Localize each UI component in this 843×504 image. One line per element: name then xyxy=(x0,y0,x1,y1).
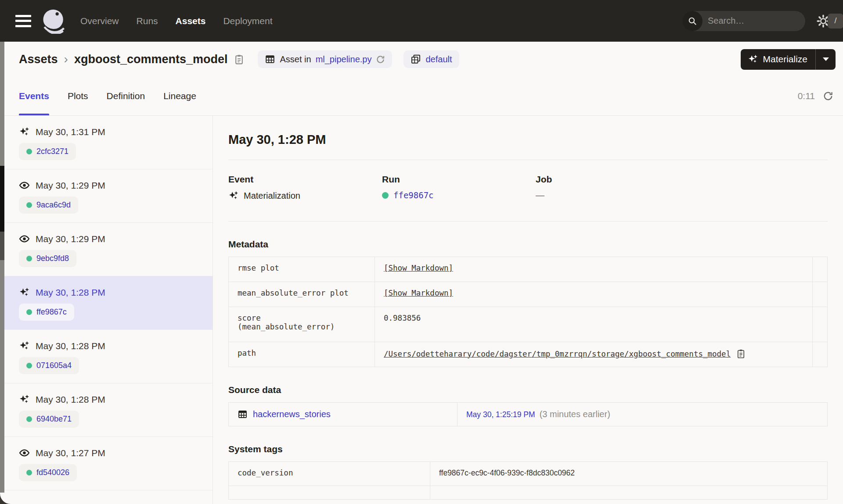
metadata-key: mean_absolute_error plot xyxy=(229,282,375,307)
run-id-pill[interactable]: 6940be71 xyxy=(19,411,79,428)
event-row[interactable]: May 30, 1:29 PM 9aca6c9d xyxy=(4,169,213,223)
event-row[interactable]: May 30, 1:31 PM 2cfc3271 xyxy=(4,116,213,169)
run-label: Run xyxy=(382,174,536,185)
breadcrumb-assets-link[interactable]: Assets xyxy=(19,53,58,66)
job-value: — xyxy=(536,190,544,200)
event-row[interactable]: May 30, 1:27 PM fd540026 xyxy=(4,437,213,490)
run-id-pill[interactable]: ffe9867c xyxy=(19,304,74,321)
nav-runs[interactable]: Runs xyxy=(137,16,158,26)
materialize-dropdown-button[interactable] xyxy=(815,49,836,70)
event-row-selected[interactable]: May 30, 1:28 PM ffe9867c xyxy=(4,276,213,330)
navbar-right: / xyxy=(682,11,843,31)
top-navbar: Overview Runs Assets Deployment / xyxy=(0,0,843,42)
event-list: May 30, 1:31 PM 2cfc3271 May 30, 1:29 PM… xyxy=(4,116,213,504)
search-input[interactable] xyxy=(702,16,828,26)
show-markdown-link[interactable]: [Show Markdown] xyxy=(384,289,453,297)
table-row-cutoff xyxy=(229,486,828,500)
run-id-pill[interactable]: fd540026 xyxy=(19,464,77,481)
event-info-grid: Event Materialization Run ffe9867c Job — xyxy=(228,174,828,201)
upstream-asset-link[interactable]: hackernews_stories xyxy=(253,409,331,419)
source-data-table: hackernews_stories May 30, 1:25:19 PM(3 … xyxy=(228,402,828,426)
materialize-button[interactable]: Materialize xyxy=(741,49,815,70)
run-status-dot xyxy=(26,363,32,368)
search-shortcut-key: / xyxy=(828,14,843,29)
asset-header: Assets › xgboost_comments_model Asset in… xyxy=(4,42,843,77)
materialize-label: Materialize xyxy=(763,54,807,64)
repository-name-link[interactable]: default xyxy=(425,54,452,64)
source-data-heading: Source data xyxy=(228,385,828,395)
show-markdown-link[interactable]: [Show Markdown] xyxy=(384,264,453,272)
copy-asset-name-icon[interactable] xyxy=(234,54,245,65)
event-row[interactable]: May 30, 1:28 PM 6940be71 xyxy=(4,383,213,437)
repository-badge[interactable]: default xyxy=(403,50,459,68)
run-id-link[interactable]: 9aca6c9d xyxy=(36,200,71,210)
run-id-pill[interactable]: 9aca6c9d xyxy=(19,197,78,214)
asset-tabs: Events Plots Definition Lineage 0:11 xyxy=(4,77,843,116)
asset-table-icon xyxy=(238,409,248,419)
run-status-dot xyxy=(26,149,32,154)
nav-deployment[interactable]: Deployment xyxy=(223,16,272,26)
refresh-icon[interactable] xyxy=(823,91,833,101)
materialization-sparkle-icon xyxy=(19,287,30,298)
tab-events[interactable]: Events xyxy=(19,77,49,115)
chevron-down-icon xyxy=(823,57,829,61)
spacer-cell xyxy=(813,282,828,307)
materialization-sparkle-icon xyxy=(228,190,239,201)
run-id-link[interactable]: fd540026 xyxy=(36,468,69,477)
observation-eye-icon xyxy=(19,447,30,458)
code-location-badge[interactable]: Asset in ml_pipeline.py xyxy=(258,50,392,68)
tag-key: code_version xyxy=(229,462,430,486)
materialize-split-button: Materialize xyxy=(741,49,836,70)
source-timestamp-link[interactable]: May 30, 1:25:19 PM xyxy=(466,410,535,419)
run-id-link[interactable]: ffe9867c xyxy=(36,307,67,317)
event-time: May 30, 1:28 PM xyxy=(36,341,105,351)
run-id-link[interactable]: 2cfc3271 xyxy=(36,147,68,156)
observation-eye-icon xyxy=(19,233,30,244)
window-edge-scrollbar xyxy=(0,42,4,493)
asset-table-icon xyxy=(265,54,275,64)
run-id-link[interactable]: 6940be71 xyxy=(36,415,72,424)
nav-assets[interactable]: Assets xyxy=(176,16,206,26)
table-row: score (mean_absolute_error) 0.983856 xyxy=(229,307,828,342)
run-id-pill[interactable]: 9ebc9fd8 xyxy=(19,250,76,267)
dagster-logo[interactable] xyxy=(41,8,66,34)
tab-lineage[interactable]: Lineage xyxy=(163,77,196,115)
divider xyxy=(228,160,828,160)
event-time: May 30, 1:29 PM xyxy=(36,180,105,191)
run-id-link[interactable]: 9ebc9fd8 xyxy=(36,254,69,263)
hamburger-menu-icon[interactable] xyxy=(15,15,31,27)
event-time: May 30, 1:29 PM xyxy=(36,234,105,244)
nav-overview[interactable]: Overview xyxy=(80,16,119,26)
breadcrumb-separator: › xyxy=(64,52,68,66)
table-row: path /Users/odetteharary/code/dagster/tm… xyxy=(229,342,828,367)
tag-value xyxy=(430,486,828,500)
run-id-pill[interactable]: 2cfc3271 xyxy=(19,143,76,160)
run-id-link[interactable]: 071605a4 xyxy=(36,361,72,370)
code-location-file-link[interactable]: ml_pipeline.py xyxy=(316,54,372,64)
spacer-cell xyxy=(813,257,828,282)
search-bar[interactable]: / xyxy=(682,11,805,31)
event-time: May 30, 1:28 PM xyxy=(36,287,105,298)
reload-code-location-icon[interactable] xyxy=(376,55,385,64)
metadata-heading: Metadata xyxy=(228,239,828,250)
divider xyxy=(228,221,828,222)
metadata-value: 0.983856 xyxy=(375,307,813,342)
event-detail-pane: May 30, 1:28 PM Event Materialization Ru… xyxy=(213,116,843,504)
run-status-dot xyxy=(26,309,32,315)
copy-path-icon[interactable] xyxy=(736,349,746,359)
event-row[interactable]: May 30, 1:28 PM 071605a4 xyxy=(4,330,213,383)
tab-plots[interactable]: Plots xyxy=(68,77,88,115)
metadata-key: score (mean_absolute_error) xyxy=(229,307,375,342)
run-id-pill[interactable]: 071605a4 xyxy=(19,357,79,374)
run-id-link[interactable]: ffe9867c xyxy=(393,190,434,200)
system-tags-table: code_version ffe9867c-ec9c-4f06-939c-f8d… xyxy=(228,461,828,500)
event-time: May 30, 1:28 PM xyxy=(36,394,105,405)
code-location-prefix: Asset in xyxy=(280,54,311,64)
tag-key xyxy=(229,486,430,500)
run-status-dot xyxy=(26,202,32,208)
tab-definition[interactable]: Definition xyxy=(107,77,145,115)
path-link[interactable]: /Users/odetteharary/code/dagster/tmp_0mz… xyxy=(384,350,731,358)
spacer-cell xyxy=(813,342,828,367)
event-row[interactable]: May 30, 1:29 PM 9ebc9fd8 xyxy=(4,223,213,276)
event-timestamp-title: May 30, 1:28 PM xyxy=(228,132,828,147)
